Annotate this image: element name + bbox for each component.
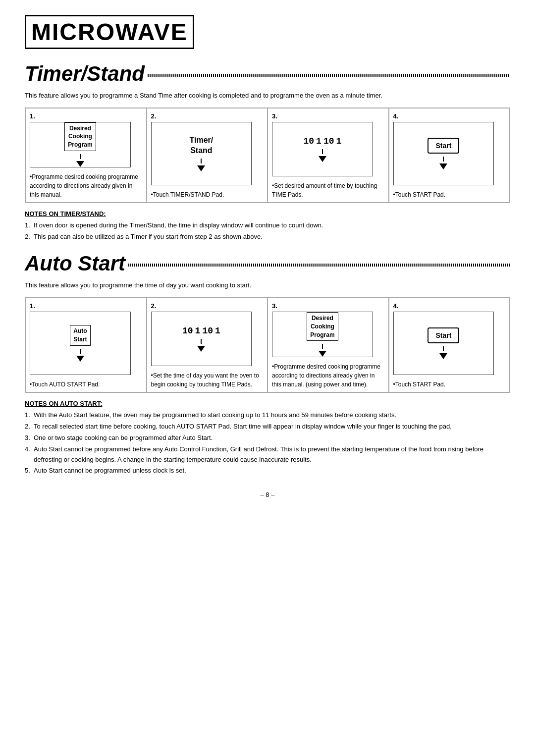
timer-stand-step-4: 4. Start •Touch START Pad. (389, 108, 510, 203)
timer-stand-intro: This feature allows you to programme a S… (25, 91, 510, 101)
auto-start-note-3: One or two stage cooking can be programm… (25, 433, 510, 443)
as-step-4-start-btn: Start (428, 327, 459, 343)
as-step-3-label: DesiredCookingProgram (307, 312, 338, 341)
as-step-1-label: AutoStart (70, 325, 90, 346)
as-step-2-diagram: 10 1 10 1 (151, 312, 252, 366)
as-step-2-arrow (197, 339, 205, 352)
auto-start-intro: This feature allows you to programme the… (25, 280, 510, 290)
page-title: MICROWAVE (31, 18, 188, 46)
timer-stand-steps-grid: 1. DesiredCookingProgram •Programme desi… (25, 108, 510, 203)
timer-stand-step-1: 1. DesiredCookingProgram •Programme desi… (25, 108, 147, 203)
step-4-diagram: Start (393, 122, 494, 185)
auto-start-steps-grid: 1. AutoStart •Touch AUTO START Pad. 2. 1… (25, 297, 510, 393)
as-step-4-desc: •Touch START Pad. (393, 380, 446, 389)
step-1-diagram: DesiredCookingProgram (30, 122, 131, 167)
timer-stand-notes: NOTES ON TIMER/STAND: If oven door is op… (25, 210, 510, 242)
as-step-1-arrow (76, 349, 84, 362)
auto-start-step-4: 4. Start •Touch START Pad. (389, 298, 510, 392)
step-1-label: DesiredCookingProgram (64, 122, 96, 151)
step-2-arrow (197, 159, 205, 171)
step-3-arrow (319, 149, 326, 162)
auto-start-note-5: Auto Start cannot be programmed unless c… (25, 466, 510, 476)
as-step-4-diagram: Start (393, 312, 494, 375)
auto-start-section-title: Auto Start (25, 252, 510, 275)
as-step-2-num: 2. (151, 302, 157, 310)
timer-stand-section-title: Timer/Stand (25, 62, 510, 86)
auto-start-step-1: 1. AutoStart •Touch AUTO START Pad. (25, 298, 147, 392)
auto-start-notes-title: NOTES ON AUTO START: (25, 400, 510, 407)
timer-stand-step-2: 2. Timer/Stand •Touch TIMER/STAND Pad. (147, 108, 268, 203)
step-4-num: 4. (393, 112, 399, 120)
as-step-3-arrow (319, 344, 326, 357)
page-header: MICROWAVE (25, 15, 194, 49)
as-step-2-desc: •Set the time of day you want the oven t… (151, 371, 264, 389)
auto-start-note-4: Auto Start cannot be programmed before a… (25, 444, 510, 465)
timer-stand-step-3: 3. 10 1 10 1 •Set desired amount of time… (268, 108, 389, 203)
step-1-num: 1. (30, 112, 35, 120)
timer-stand-notes-title: NOTES ON TIMER/STAND: (25, 210, 510, 217)
as-step-3-num: 3. (272, 302, 277, 310)
as-step-3-diagram: DesiredCookingProgram (272, 312, 373, 357)
step-3-desc: •Set desired amount of time by touching … (272, 181, 384, 199)
step-3-num: 3. (272, 112, 277, 120)
as-step-1-desc: •Touch AUTO START Pad. (30, 380, 100, 389)
as-step-4-num: 4. (393, 302, 399, 310)
timer-stand-note-2: This pad can also be utilized as a Timer… (25, 232, 510, 242)
as-step-1-num: 1. (30, 302, 35, 310)
auto-start-notes: NOTES ON AUTO START: With the Auto Start… (25, 400, 510, 476)
step-2-label: Timer/Stand (190, 135, 214, 156)
timer-stand-title: Timer/Stand (25, 62, 145, 86)
step-2-diagram: Timer/Stand (151, 122, 252, 185)
as-step-3-desc: •Programme desired cooking programme acc… (272, 362, 384, 389)
step-2-desc: •Touch TIMER/STAND Pad. (151, 190, 224, 199)
step-2-num: 2. (151, 112, 157, 120)
auto-start-deco-line (128, 264, 510, 267)
auto-start-note-1: With the Auto Start feature, the oven ma… (25, 410, 510, 421)
step-4-start-btn: Start (428, 138, 459, 154)
auto-start-notes-list: With the Auto Start feature, the oven ma… (25, 410, 510, 476)
timer-stand-notes-list: If oven door is opened during the Timer/… (25, 220, 510, 242)
auto-start-step-3: 3. DesiredCookingProgram •Programme desi… (268, 298, 389, 392)
step-4-arrow (439, 157, 447, 169)
auto-start-note-2: To recall selected start time before coo… (25, 422, 510, 432)
auto-start-step-2: 2. 10 1 10 1 •Set the time of day you wa… (147, 298, 268, 392)
step-3-diagram: 10 1 10 1 (272, 122, 373, 176)
timer-stand-note-1: If oven door is opened during the Timer/… (25, 220, 510, 231)
as-step-4-arrow (439, 346, 447, 359)
page-number: – 8 – (25, 491, 510, 498)
step-4-desc: •Touch START Pad. (393, 190, 446, 199)
step-1-desc: •Programme desired cooking programme acc… (30, 172, 142, 199)
as-step-1-diagram: AutoStart (30, 312, 131, 375)
step-1-arrow (76, 154, 84, 167)
section-deco-line (148, 74, 510, 77)
auto-start-title: Auto Start (25, 252, 125, 275)
